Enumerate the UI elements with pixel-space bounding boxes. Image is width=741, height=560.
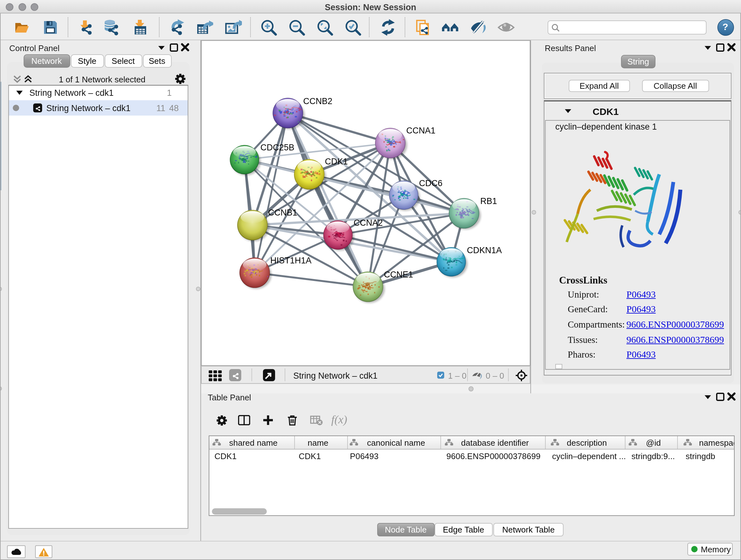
svg-text:CCNA2: CCNA2 (354, 218, 383, 227)
svg-text:CDC25B: CDC25B (260, 142, 294, 152)
svg-text:HIST1H1A: HIST1H1A (270, 255, 312, 265)
svg-text:CCNE1: CCNE1 (384, 269, 413, 279)
svg-text:CDK1: CDK1 (325, 157, 348, 166)
svg-text:CDKN1A: CDKN1A (467, 245, 502, 255)
svg-text:CDC6: CDC6 (419, 178, 443, 188)
svg-text:CCNA1: CCNA1 (406, 125, 435, 135)
svg-text:RB1: RB1 (480, 196, 497, 206)
svg-text:CCNB1: CCNB1 (268, 207, 297, 217)
svg-text:CCNB2: CCNB2 (303, 96, 333, 106)
